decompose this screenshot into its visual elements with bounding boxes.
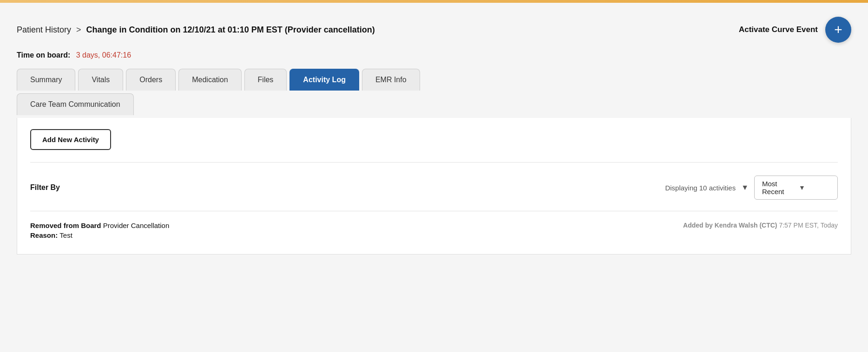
time-on-board: Time on board: 3 days, 06:47:16 [17, 51, 851, 59]
filter-right: Displaying 10 activities ▼ Most Recent ▼ [665, 176, 838, 200]
activate-area: Activate Curve Event + [739, 17, 851, 43]
activity-left: Removed from Board Provider Cancellation… [30, 222, 169, 239]
divider-1 [30, 162, 838, 163]
sort-select-value: Most Recent [762, 180, 793, 196]
sort-select[interactable]: Most Recent ▼ [754, 176, 838, 200]
content-panel: Add New Activity Filter By Displaying 10… [17, 118, 851, 254]
tabs-container: Summary Vitals Orders Medication Files A… [17, 69, 851, 118]
activity-title-detail: Provider Cancellation [103, 222, 170, 229]
tabs-first-row: Summary Vitals Orders Medication Files A… [17, 69, 851, 93]
activity-title-bold: Removed from Board [30, 222, 101, 229]
chevron-down-icon: ▼ [799, 184, 830, 191]
breadcrumb: Patient History > Change in Condition on… [17, 25, 375, 35]
activity-title: Removed from Board Provider Cancellation [30, 222, 169, 229]
activity-reason: Reason: Test [30, 231, 169, 239]
tabs-second-row: Care Team Communication [17, 93, 851, 118]
filter-by-label: Filter By [30, 183, 60, 192]
added-by-label: Added by Kendra Walsh (CTC) [683, 222, 777, 229]
tab-emr-info[interactable]: EMR Info [362, 69, 420, 91]
breadcrumb-row: Patient History > Change in Condition on… [17, 17, 851, 43]
plus-icon: + [834, 23, 842, 37]
tab-summary[interactable]: Summary [17, 69, 75, 91]
tab-care-team[interactable]: Care Team Communication [17, 93, 134, 115]
filter-funnel-icon[interactable]: ▼ [741, 183, 749, 192]
tab-orders[interactable]: Orders [126, 69, 176, 91]
plus-button[interactable]: + [825, 17, 851, 43]
time-on-board-value: 3 days, 06:47:16 [76, 51, 131, 59]
tab-activity-log[interactable]: Activity Log [289, 69, 359, 91]
activate-label: Activate Curve Event [739, 25, 818, 34]
tab-medication[interactable]: Medication [178, 69, 241, 91]
breadcrumb-arrow: > [76, 25, 81, 34]
divider-2 [30, 211, 838, 211]
displaying-text: Displaying 10 activities [665, 184, 736, 192]
breadcrumb-detail: Change in Condition on 12/10/21 at 01:10… [86, 25, 375, 34]
filter-row: Filter By Displaying 10 activities ▼ Mos… [30, 171, 838, 204]
reason-value: Test [59, 231, 72, 239]
table-row: Removed from Board Provider Cancellation… [30, 218, 838, 243]
reason-label: Reason: [30, 231, 59, 239]
time-on-board-label: Time on board: [17, 51, 70, 59]
page-container: Patient History > Change in Condition on… [0, 3, 868, 352]
activity-right: Added by Kendra Walsh (CTC) 7:57 PM EST,… [683, 222, 838, 229]
activity-timestamp: 7:57 PM EST, Today [779, 222, 838, 229]
tab-files[interactable]: Files [244, 69, 287, 91]
breadcrumb-link[interactable]: Patient History [17, 25, 71, 34]
tab-vitals[interactable]: Vitals [78, 69, 123, 91]
add-new-activity-button[interactable]: Add New Activity [30, 129, 111, 150]
